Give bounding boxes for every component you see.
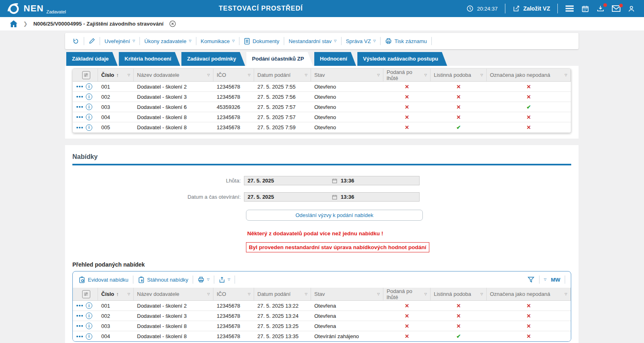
tab[interactable]: Zadávací podmínky: [181, 52, 245, 66]
column-filter-icon[interactable]: ▽: [565, 73, 567, 77]
column-header-label[interactable]: IČO: [217, 291, 226, 297]
column-filter-icon[interactable]: ▽: [305, 73, 307, 77]
table-row[interactable]: i001Dodavatel - školení 21234567827. 5. …: [73, 82, 571, 92]
info-icon[interactable]: i: [86, 124, 92, 131]
table-row[interactable]: i004Dodavatel - školení 81234567827. 5. …: [73, 331, 571, 341]
stahnout-nabidky-button[interactable]: Stáhnout nabídky: [138, 276, 188, 283]
hamburger-menu-icon[interactable]: [565, 5, 574, 12]
table-row[interactable]: i001Dodavatel - školení 21234567827. 5. …: [73, 301, 571, 311]
column-filter-icon[interactable]: ▽: [305, 292, 307, 296]
row-actions-icon[interactable]: [76, 304, 83, 307]
column-filter-icon[interactable]: ▽: [207, 73, 210, 77]
tab[interactable]: Základní údaje: [66, 52, 117, 66]
table-row[interactable]: i002Dodavatel - školení 31234567827. 5. …: [73, 92, 571, 102]
info-icon[interactable]: i: [86, 323, 92, 329]
column-filter-icon[interactable]: ▽: [565, 292, 567, 296]
column-header-label[interactable]: Číslo: [101, 291, 114, 297]
menu-ukony-zadavatele[interactable]: Úkony zadavatele▽: [144, 38, 191, 44]
table-row[interactable]: i003Dodavatel - školení 64535932627. 5. …: [73, 102, 571, 112]
column-filter-icon[interactable]: ▽: [248, 292, 250, 296]
calendar-picker-icon[interactable]: [332, 178, 337, 184]
column-header-label[interactable]: Stav: [314, 72, 325, 78]
row-actions-icon[interactable]: [76, 315, 83, 317]
column-filter-icon[interactable]: ▽: [377, 73, 380, 77]
table-row[interactable]: i002Dodavatel - školení 31234567827. 5. …: [73, 311, 571, 321]
print-record-button[interactable]: Tisk záznamu: [385, 38, 427, 44]
column-header-label[interactable]: Podaná po lhůtě: [387, 69, 423, 81]
column-header-label[interactable]: Označena jako nepodaná: [490, 291, 550, 297]
create-vz-button[interactable]: Založit VZ: [513, 5, 550, 12]
column-header-label[interactable]: Datum podání: [257, 72, 291, 78]
print-offers-button[interactable]: ▽: [198, 276, 209, 283]
mw-toggle[interactable]: MW: [551, 277, 560, 283]
column-header-label[interactable]: Stav: [314, 291, 325, 297]
otevirani-field[interactable]: 27. 5. 2025 13:36: [244, 192, 420, 202]
column-header-label[interactable]: Název dodavatele: [137, 291, 179, 297]
filter-icon[interactable]: [527, 276, 535, 283]
info-icon[interactable]: i: [86, 313, 92, 319]
lhuta-field[interactable]: 27. 5. 2025 13:36: [244, 176, 420, 185]
refresh-button[interactable]: [72, 38, 79, 45]
column-header-label[interactable]: Označena jako nepodaná: [490, 72, 550, 78]
tab[interactable]: Podání účastníků ZP: [246, 52, 313, 66]
evidovat-nabidku-button[interactable]: Evidovat nabídku: [78, 276, 128, 283]
tab[interactable]: Výsledek zadávacího postupu: [357, 52, 447, 66]
column-header-label[interactable]: Číslo: [101, 72, 114, 78]
column-filter-icon[interactable]: ▽: [424, 292, 427, 296]
menu-dokumenty[interactable]: Dokumenty: [244, 38, 279, 45]
menu-uverejneni[interactable]: Uveřejnění▽: [104, 38, 135, 44]
info-icon[interactable]: i: [86, 114, 92, 120]
row-actions-icon[interactable]: [76, 335, 83, 338]
send-invitation-button[interactable]: Odeslání výzvy k podání nabídek: [246, 210, 423, 221]
menu-sprava-vz[interactable]: Správa VZ▽: [346, 38, 376, 44]
close-icon[interactable]: [169, 20, 176, 27]
row-actions-icon[interactable]: [76, 96, 83, 98]
menu-komunikace[interactable]: Komunikace▽: [201, 38, 235, 44]
tab[interactable]: Kritéria hodnocení: [119, 52, 180, 66]
info-icon[interactable]: i: [86, 333, 92, 340]
column-header-label[interactable]: IČO: [217, 72, 226, 78]
lhuta-date-value[interactable]: 27. 5. 2025: [244, 178, 332, 184]
row-actions-icon[interactable]: [76, 116, 83, 118]
info-icon[interactable]: i: [86, 83, 92, 90]
edit-record-button[interactable]: [89, 38, 95, 44]
column-header-label[interactable]: Listinná podoba: [434, 291, 471, 297]
column-header-label[interactable]: Datum podání: [257, 291, 291, 297]
nen-logo[interactable]: NEN Zadavatel: [0, 2, 44, 15]
column-header-label[interactable]: Listinná podoba: [434, 72, 471, 78]
column-header-label[interactable]: Podaná po lhůtě: [387, 288, 423, 300]
grid-settings-icon[interactable]: [82, 290, 90, 298]
table-row[interactable]: i003Dodavatel - školení 81234567827. 5. …: [73, 321, 571, 331]
column-filter-icon[interactable]: ▽: [424, 73, 427, 77]
column-filter-icon[interactable]: ▽: [128, 292, 130, 296]
info-icon[interactable]: i: [86, 302, 92, 309]
column-filter-icon[interactable]: ▽: [481, 73, 483, 77]
column-filter-icon[interactable]: ▽: [248, 73, 250, 77]
grid-settings-icon[interactable]: [82, 71, 90, 79]
calendar-picker-icon[interactable]: [332, 194, 337, 200]
export-offers-button[interactable]: ▽: [219, 276, 230, 283]
calendar-icon[interactable]: [581, 5, 589, 13]
column-header-label[interactable]: Název dodavatele: [137, 72, 179, 78]
mw-caret-icon[interactable]: ▽: [544, 278, 546, 281]
info-icon[interactable]: i: [86, 93, 92, 100]
menu-nestandardni-stav[interactable]: Nestandardní stav▽: [289, 38, 337, 44]
table-row[interactable]: i004Dodavatel - školení 81234567827. 5. …: [73, 112, 571, 122]
home-icon[interactable]: [10, 20, 17, 27]
row-actions-icon[interactable]: [76, 126, 83, 129]
mail-icon[interactable]: [612, 5, 620, 12]
column-filter-icon[interactable]: ▽: [481, 292, 483, 296]
info-icon[interactable]: i: [86, 104, 92, 110]
tab[interactable]: Hodnocení: [314, 52, 356, 66]
breadcrumb-item[interactable]: N006/25/V00004995 - Zajištění závodního …: [33, 21, 163, 27]
downloads-icon[interactable]: [596, 5, 605, 13]
otevirani-time-value[interactable]: 13:36: [341, 194, 354, 200]
column-filter-icon[interactable]: ▽: [207, 292, 210, 296]
row-actions-icon[interactable]: [76, 85, 83, 88]
column-filter-icon[interactable]: ▽: [128, 73, 130, 77]
column-filter-icon[interactable]: ▽: [377, 292, 380, 296]
otevirani-date-value[interactable]: 27. 5. 2025: [244, 194, 332, 200]
lhuta-time-value[interactable]: 13:36: [341, 178, 354, 184]
row-actions-icon[interactable]: [76, 325, 83, 327]
user-icon[interactable]: [628, 5, 635, 13]
